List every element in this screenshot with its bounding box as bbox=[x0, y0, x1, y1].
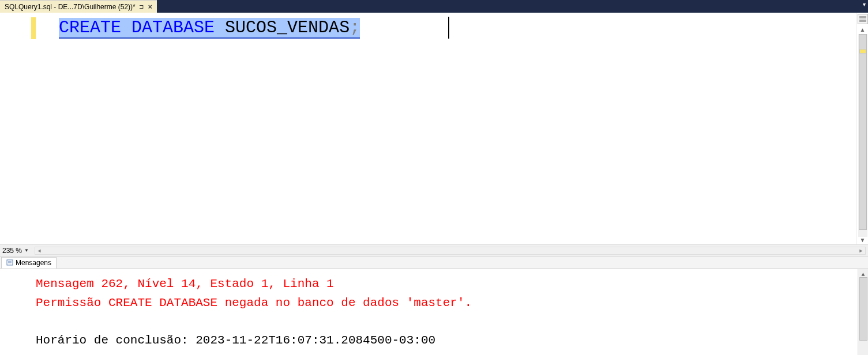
editor-pane: CREATE DATABASE SUCOS_VENDAS; ▲ ▼ 235 % … bbox=[0, 13, 868, 256]
sql-semicolon: ; bbox=[350, 18, 360, 37]
messages-tab-label: Mensagens bbox=[16, 259, 51, 267]
overview-change-mark bbox=[859, 49, 866, 54]
document-tab[interactable]: SQLQuery1.sql - DE...7D\Guilherme (52))*… bbox=[0, 0, 157, 13]
document-tab-title: SQLQuery1.sql - DE...7D\Guilherme (52))* bbox=[5, 3, 136, 11]
messages-pane[interactable]: Mensagem 262, Nível 14, Estado 1, Linha … bbox=[0, 269, 868, 355]
change-indicator-bar bbox=[31, 13, 36, 244]
scrollbar-thumb[interactable] bbox=[859, 34, 867, 230]
tab-overflow-dropdown-icon[interactable]: ▾ bbox=[863, 1, 866, 7]
pin-icon[interactable]: ⊐ bbox=[139, 3, 144, 10]
text-cursor bbox=[448, 17, 449, 39]
messages-icon bbox=[6, 259, 13, 266]
completion-time-text: Horário de conclusão: 2023-11-22T16:07:3… bbox=[36, 331, 868, 350]
tab-messages[interactable]: Mensagens bbox=[1, 257, 57, 269]
unsaved-change-mark bbox=[31, 17, 36, 39]
messages-scrollbar[interactable]: ▲ bbox=[858, 269, 868, 355]
code-editor[interactable]: CREATE DATABASE SUCOS_VENDAS; bbox=[36, 13, 856, 244]
horizontal-scrollbar[interactable]: ◄ ► bbox=[35, 247, 866, 255]
close-icon[interactable]: × bbox=[147, 3, 153, 11]
error-message-text: Permissão CREATE DATABASE negada no banc… bbox=[36, 294, 868, 313]
scroll-up-icon[interactable]: ▲ bbox=[860, 27, 866, 33]
editor-status-bar: 235 % ▼ ◄ ► bbox=[0, 244, 868, 256]
line-number-gutter bbox=[0, 13, 31, 244]
split-view-button[interactable] bbox=[858, 14, 868, 24]
sql-identifier: SUCOS_VENDAS bbox=[225, 18, 350, 37]
document-tab-bar: SQLQuery1.sql - DE...7D\Guilherme (52))*… bbox=[0, 0, 868, 13]
scroll-left-icon[interactable]: ◄ bbox=[35, 247, 43, 254]
svg-rect-0 bbox=[859, 16, 866, 18]
svg-rect-1 bbox=[859, 20, 866, 22]
zoom-dropdown-icon[interactable]: ▼ bbox=[24, 248, 29, 253]
editor-body: CREATE DATABASE SUCOS_VENDAS; ▲ ▼ bbox=[0, 13, 868, 244]
scroll-down-icon[interactable]: ▼ bbox=[860, 237, 866, 243]
scrollbar-thumb[interactable] bbox=[859, 277, 867, 341]
results-tab-bar: Mensagens bbox=[0, 256, 868, 269]
editor-scrollbar-column: ▲ ▼ bbox=[856, 13, 868, 244]
sql-keyword: DATABASE bbox=[131, 18, 215, 37]
error-message-header: Mensagem 262, Nível 14, Estado 1, Linha … bbox=[36, 275, 868, 294]
sql-keyword: CREATE bbox=[59, 18, 121, 37]
scroll-right-icon[interactable]: ► bbox=[857, 247, 865, 254]
vertical-scrollbar[interactable] bbox=[858, 34, 867, 237]
zoom-level-label: 235 % bbox=[2, 247, 22, 255]
